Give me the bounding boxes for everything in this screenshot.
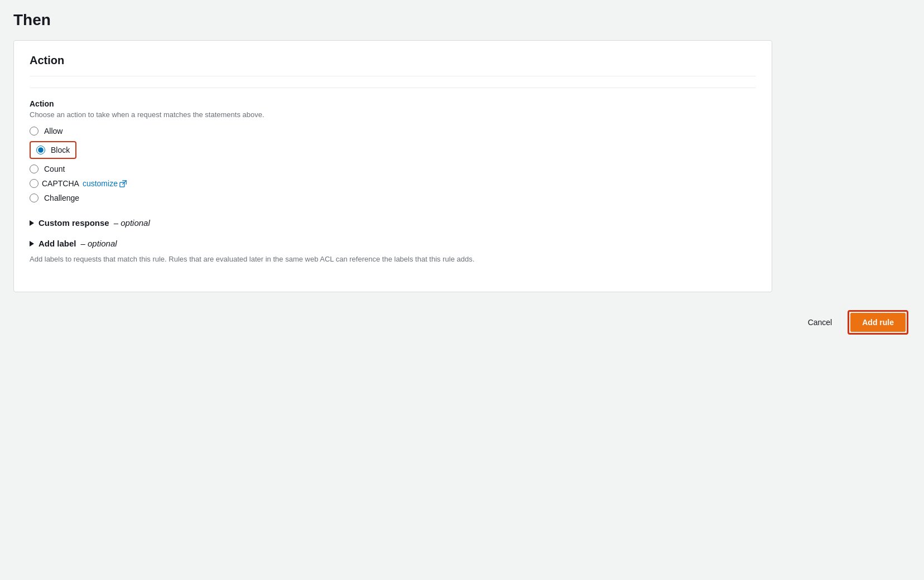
card-title: Action — [30, 54, 756, 76]
action-card: Action Action Choose an action to take w… — [13, 40, 772, 292]
radio-allow-label: Allow — [44, 127, 62, 136]
radio-challenge-label: Challenge — [44, 194, 79, 202]
radio-captcha-input[interactable] — [30, 179, 38, 188]
radio-count[interactable]: Count — [30, 165, 756, 173]
radio-captcha-label: CAPTCHA — [42, 179, 79, 188]
radio-count-label: Count — [44, 165, 65, 173]
card-divider — [30, 88, 756, 88]
add-rule-button[interactable]: Add rule — [850, 313, 906, 332]
radio-captcha[interactable]: CAPTCHA customize — [30, 179, 756, 188]
add-label-title: Add label — [38, 239, 76, 248]
cancel-button[interactable]: Cancel — [801, 313, 839, 331]
radio-block[interactable]: Block — [30, 141, 756, 159]
radio-block-input[interactable] — [36, 146, 45, 154]
radio-challenge-input[interactable] — [30, 194, 38, 202]
page-title: Then — [13, 11, 911, 29]
radio-count-input[interactable] — [30, 165, 38, 173]
footer: Cancel Add rule — [13, 310, 911, 335]
action-section-desc: Choose an action to take when a request … — [30, 110, 756, 119]
custom-response-triangle-icon — [30, 220, 34, 226]
radio-allow-input[interactable] — [30, 127, 38, 136]
external-link-icon — [119, 180, 127, 187]
radio-block-label: Block — [51, 146, 70, 154]
action-radio-group: Allow Block Count CAPTCHA customize — [30, 127, 756, 202]
add-label-optional: – optional — [81, 239, 117, 248]
add-label-triangle-icon — [30, 241, 34, 246]
radio-allow[interactable]: Allow — [30, 127, 756, 136]
custom-response-section: Custom response – optional — [30, 218, 756, 228]
custom-response-title: Custom response — [38, 218, 109, 228]
action-section-label: Action — [30, 99, 756, 108]
block-highlight-box: Block — [30, 141, 76, 159]
captcha-customize-link[interactable]: customize — [83, 179, 127, 188]
add-label-header[interactable]: Add label – optional — [30, 239, 756, 248]
custom-response-header[interactable]: Custom response – optional — [30, 218, 756, 228]
add-label-section: Add label – optional Add labels to reque… — [30, 239, 756, 265]
add-rule-highlight-box: Add rule — [848, 310, 908, 335]
custom-response-optional: – optional — [114, 218, 150, 228]
add-label-desc: Add labels to requests that match this r… — [30, 254, 744, 265]
radio-challenge[interactable]: Challenge — [30, 194, 756, 202]
customize-link-text: customize — [83, 179, 118, 188]
